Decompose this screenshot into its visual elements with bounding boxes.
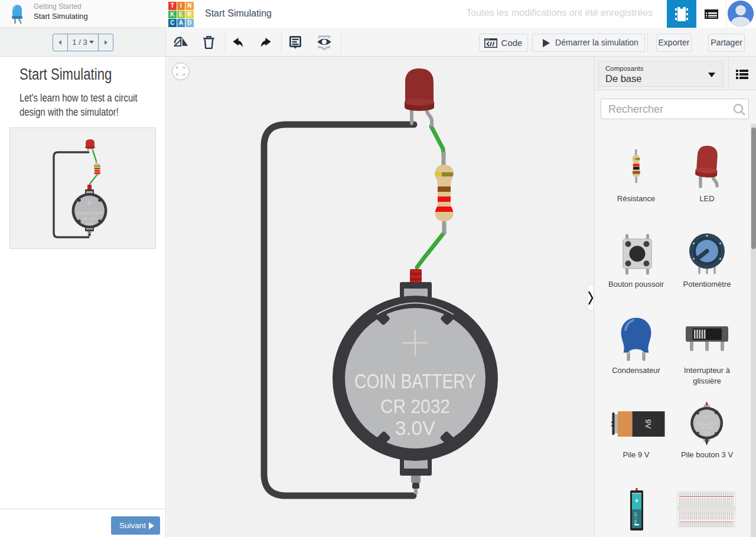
svg-text:3.0V: 3.0V	[703, 431, 710, 435]
svg-text:AA 1.5V: AA 1.5V	[634, 512, 637, 524]
svg-text:3.0V: 3.0V	[395, 417, 435, 439]
svg-text:COIN BATTERY: COIN BATTERY	[77, 211, 103, 216]
svg-text:CR 2032: CR 2032	[701, 426, 713, 430]
svg-text:+: +	[635, 497, 638, 504]
svg-text:CR 2032: CR 2032	[380, 395, 450, 417]
svg-text:COIN BATTERY: COIN BATTERY	[354, 369, 476, 392]
svg-text:COIN BATTERY: COIN BATTERY	[696, 422, 717, 426]
svg-text:3.0V: 3.0V	[86, 221, 94, 227]
svg-text:9V: 9V	[644, 420, 653, 429]
